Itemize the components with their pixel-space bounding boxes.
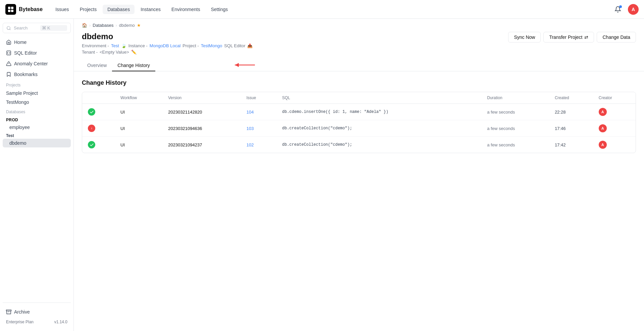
- tenant-edit-icon[interactable]: ✏️: [131, 50, 137, 55]
- row-version: 20230321094636: [163, 120, 241, 137]
- row-issue: 102: [241, 137, 277, 153]
- table-row: UI20230321142820104db.cdemo.insertOne({ …: [82, 104, 636, 120]
- row-issue: 103: [241, 120, 277, 137]
- col-version: Version: [163, 92, 241, 104]
- sidebar-item-sql-editor[interactable]: SQL Editor: [3, 48, 71, 58]
- notification-button[interactable]: [612, 3, 624, 15]
- sidebar-bottom: Archive Enterprise Plan v1.14.0: [3, 303, 71, 327]
- nav-settings[interactable]: Settings: [206, 5, 233, 14]
- content: Change History Workflow Version Issue SQ…: [74, 71, 644, 161]
- project-link[interactable]: TestMongo: [201, 43, 222, 48]
- transfer-icon: ⇄: [584, 35, 588, 40]
- col-creator: Creator: [593, 92, 636, 104]
- arrow-indicator: [231, 60, 258, 70]
- notification-dot: [619, 5, 622, 8]
- creator-avatar: A: [599, 124, 607, 132]
- sidebar-project-testmongo[interactable]: TestMongo: [3, 98, 71, 107]
- sql-editor-icon[interactable]: 📤: [247, 43, 253, 48]
- breadcrumb-sep-1: ›: [89, 23, 91, 28]
- row-status: [82, 137, 115, 153]
- breadcrumb-databases[interactable]: Databases: [93, 23, 113, 28]
- row-created: 17:42: [549, 137, 593, 153]
- col-status: [82, 92, 115, 104]
- nav-issues[interactable]: Issues: [51, 5, 73, 14]
- tab-change-history[interactable]: Change History: [112, 60, 155, 71]
- logo[interactable]: Bytebase: [5, 4, 43, 15]
- col-duration: Duration: [482, 92, 549, 104]
- search-shortcut: ⌘ K: [40, 25, 67, 31]
- sidebar-project-sample[interactable]: Sample Project: [3, 89, 71, 97]
- row-creator: A: [593, 137, 636, 153]
- page-title: dbdemo: [82, 32, 253, 41]
- db-group-prod: Prod: [3, 116, 71, 123]
- tab-overview[interactable]: Overview: [82, 60, 112, 71]
- nav-projects[interactable]: Projects: [75, 5, 102, 14]
- row-sql: db.createCollection("cdemo");: [277, 120, 482, 137]
- avatar[interactable]: A: [628, 4, 639, 15]
- star-icon[interactable]: ★: [137, 23, 141, 28]
- breadcrumb-sep-2: ›: [116, 23, 117, 28]
- tenant-value: <Empty Value>: [100, 50, 129, 55]
- nav-environments[interactable]: Environments: [167, 5, 205, 14]
- instance-link[interactable]: MongoDB Local: [150, 43, 181, 48]
- row-version: 20230321142820: [163, 104, 241, 120]
- db-item-employee[interactable]: employee: [3, 123, 71, 132]
- row-workflow: UI: [115, 137, 163, 153]
- col-workflow: Workflow: [115, 92, 163, 104]
- row-issue-link[interactable]: 102: [247, 142, 254, 147]
- page-title-area: dbdemo Environment - Test 🍃 Instance - M…: [82, 32, 253, 55]
- col-sql: SQL: [277, 92, 482, 104]
- svg-point-4: [7, 26, 10, 29]
- sidebar-item-archive[interactable]: Archive: [3, 307, 71, 317]
- row-workflow: UI: [115, 104, 163, 120]
- breadcrumb-current: dbdemo: [119, 23, 135, 28]
- row-workflow: UI: [115, 120, 163, 137]
- sidebar-anomaly-label: Anomaly Center: [14, 61, 48, 66]
- row-issue-link[interactable]: 103: [247, 126, 254, 131]
- top-navigation: Bytebase Issues Projects Databases Insta…: [0, 0, 644, 19]
- app-name: Bytebase: [19, 6, 43, 12]
- transfer-project-button[interactable]: Transfer Project ⇄: [543, 32, 594, 43]
- row-issue-link[interactable]: 104: [247, 110, 254, 115]
- search-box[interactable]: Search ⌘ K: [3, 23, 71, 33]
- tabs: Overview Change History: [74, 55, 644, 71]
- nav-databases[interactable]: Databases: [103, 5, 135, 14]
- project-label: Project -: [182, 43, 199, 48]
- breadcrumb: 🏠 › Databases › dbdemo ★: [74, 19, 644, 28]
- row-issue: 104: [241, 104, 277, 120]
- env-label: Environment -: [82, 43, 109, 48]
- breadcrumb-home-icon[interactable]: 🏠: [82, 23, 87, 28]
- tenant-label: Tenant -: [82, 50, 98, 55]
- db-group-test: Test: [3, 132, 71, 139]
- projects-section-label: Projects: [3, 80, 71, 89]
- row-duration: a few seconds: [482, 137, 549, 153]
- col-created: Created: [549, 92, 593, 104]
- tenant-row: Tenant - <Empty Value> ✏️: [82, 50, 253, 55]
- change-history-table: Workflow Version Issue SQL Duration Crea…: [82, 92, 636, 153]
- row-sql: db.cdemo.insertOne({ id: 1, name: "Adela…: [277, 104, 482, 120]
- svg-rect-9: [6, 310, 11, 311]
- svg-rect-1: [11, 7, 13, 9]
- creator-avatar: A: [599, 141, 607, 149]
- db-item-dbdemo[interactable]: dbdemo: [3, 139, 71, 147]
- nav-right: A: [612, 3, 639, 15]
- layout: Search ⌘ K Home SQL Editor Anomaly Cente…: [0, 19, 644, 331]
- sql-editor-label: SQL Editor: [224, 43, 245, 48]
- sidebar-item-bookmarks[interactable]: Bookmarks: [3, 69, 71, 79]
- change-data-button[interactable]: Change Data: [597, 32, 636, 43]
- sidebar-item-anomaly-center[interactable]: Anomaly Center: [3, 59, 71, 69]
- sidebar-sql-label: SQL Editor: [14, 50, 37, 56]
- sidebar-item-home[interactable]: Home: [3, 37, 71, 47]
- main-content: 🏠 › Databases › dbdemo ★ dbdemo Environm…: [74, 19, 644, 331]
- search-placeholder: Search: [14, 25, 38, 30]
- env-link[interactable]: Test: [111, 43, 119, 48]
- sync-now-button[interactable]: Sync Now: [508, 32, 541, 43]
- svg-rect-0: [8, 7, 10, 9]
- page-header: dbdemo Environment - Test 🍃 Instance - M…: [74, 28, 644, 55]
- change-history-title: Change History: [82, 79, 636, 86]
- svg-rect-3: [11, 10, 13, 12]
- row-creator: A: [593, 120, 636, 137]
- nav-instances[interactable]: Instances: [136, 5, 165, 14]
- sidebar-bookmarks-label: Bookmarks: [14, 72, 38, 77]
- row-status: !: [82, 120, 115, 137]
